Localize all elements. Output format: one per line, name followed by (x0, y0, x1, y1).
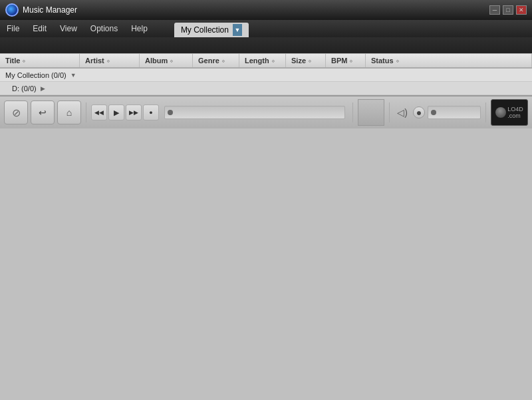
content-area: My Collection (0/0) ▼ D: (0/0) ▶ LO4D.co… (0, 69, 532, 95)
title-bar: Music Manager ─ □ ✕ (0, 0, 532, 20)
app-icon (5, 3, 19, 17)
volume-indicator (431, 110, 436, 115)
menu-edit[interactable]: Edit (26, 20, 53, 37)
artwork-box (358, 99, 384, 126)
transport-controls: ◀◀ ▶ ▶▶ ● (91, 104, 159, 120)
progress-indicator (168, 110, 173, 115)
col-header-album[interactable]: Album⬦ (140, 54, 193, 67)
col-header-size[interactable]: Size⬦ (286, 54, 326, 67)
row-bpm-1 (326, 74, 366, 77)
corner-logo: LO4D.com (491, 99, 528, 126)
toolbar-separator-1 (86, 102, 86, 122)
row-title-1: My Collection (0/0) ▼ (0, 70, 80, 81)
menu-view[interactable]: View (53, 20, 84, 37)
transport-prev[interactable]: ◀◀ (91, 104, 107, 120)
volume-icon: ◁) (394, 107, 410, 118)
corner-logo-text: LO4D.com (507, 106, 523, 119)
transport-dot[interactable]: ● (143, 104, 159, 120)
maximize-button[interactable]: □ (503, 5, 513, 15)
transport-next[interactable]: ▶▶ (126, 104, 142, 120)
row-length-2 (239, 87, 286, 90)
col-header-length[interactable]: Length⬦ (239, 54, 286, 67)
row-artist-1 (80, 74, 140, 77)
active-tab-label[interactable]: My Collection (181, 25, 229, 35)
volume-dot-btn[interactable]: ● (413, 106, 425, 118)
menu-file[interactable]: File (0, 20, 26, 37)
menu-help[interactable]: Help (124, 20, 154, 37)
toolbar-separator-3 (389, 102, 390, 122)
window-controls: ─ □ ✕ (489, 5, 527, 15)
menu-options[interactable]: Options (84, 20, 124, 37)
minimize-button[interactable]: ─ (489, 5, 500, 15)
table-row[interactable]: My Collection (0/0) ▼ (0, 69, 532, 82)
bottom-toolbar: ⊘ ↩ ⌂ ◀◀ ▶ ▶▶ ● ◁) ● LO4D.com (0, 95, 532, 128)
corner-logo-inner: LO4D.com (495, 106, 523, 119)
volume-bar[interactable] (428, 106, 481, 119)
expand-icon-2[interactable]: ▶ (41, 85, 45, 92)
col-header-genre[interactable]: Genre⬦ (193, 54, 239, 67)
col-header-status[interactable]: Status⬦ (366, 54, 532, 67)
progress-bar[interactable] (164, 106, 345, 119)
row-title-2: D: (0/0) ▶ (0, 83, 80, 94)
row-bpm-2 (326, 87, 366, 90)
row-size-2 (286, 87, 326, 90)
row-length-1 (239, 74, 286, 77)
expand-icon-1[interactable]: ▼ (70, 72, 76, 79)
col-header-bpm[interactable]: BPM⬦ (326, 54, 366, 67)
transport-play[interactable]: ▶ (108, 104, 124, 120)
row-size-1 (286, 74, 326, 77)
toolbar-separator-2 (352, 102, 353, 122)
row-artist-2 (80, 87, 140, 90)
col-header-title[interactable]: Title⬦ (0, 54, 80, 67)
row-album-1 (140, 74, 193, 77)
row-status-1 (366, 74, 532, 77)
toolbar-btn-home[interactable]: ⌂ (57, 100, 81, 124)
row-album-2 (140, 87, 193, 90)
row-genre-1 (193, 74, 239, 77)
tab-dropdown-btn[interactable]: ▼ (233, 24, 242, 36)
table-row[interactable]: D: (0/0) ▶ (0, 82, 532, 95)
col-header-artist[interactable]: Artist⬦ (80, 54, 140, 67)
menu-bar: File Edit View Options Help My Collectio… (0, 20, 532, 37)
toolbar-btn-stop[interactable]: ⊘ (4, 100, 28, 124)
corner-logo-icon (495, 107, 506, 118)
row-genre-2 (193, 87, 239, 90)
toolbar-btn-eject[interactable]: ↩ (31, 100, 55, 124)
close-button[interactable]: ✕ (516, 5, 527, 15)
row-status-2 (366, 87, 532, 90)
toolbar-separator-4 (485, 102, 486, 122)
table-header: Title⬦ Artist⬦ Album⬦ Genre⬦ Length⬦ Siz… (0, 53, 532, 69)
app-title: Music Manager (23, 5, 489, 15)
